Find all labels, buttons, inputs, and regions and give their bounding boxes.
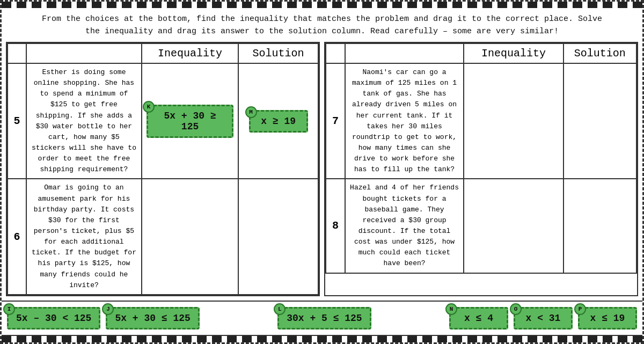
choice-J-badge: J <box>102 303 114 315</box>
row8-inequality-cell[interactable] <box>464 179 563 273</box>
row8-problem: Hazel and 4 of her friends bought ticket… <box>345 179 464 273</box>
row7-solution-cell[interactable] <box>564 63 636 179</box>
choice-L-label: 30x + 5 ≤ 125 <box>287 313 362 324</box>
row5-solution-badge: M <box>245 106 257 118</box>
choice-L-badge: L <box>274 303 286 315</box>
row7-num: 7 <box>326 63 345 179</box>
table-row: 8 Hazel and 4 of her friends bought tick… <box>326 179 636 273</box>
right-num-header <box>326 43 345 63</box>
choice-P-label: x ≤ 19 <box>590 313 625 324</box>
instruction-line1: From the choices at the bottom, find the… <box>12 13 632 26</box>
choice-L[interactable]: L30x + 5 ≤ 125 <box>277 307 371 330</box>
row8-num: 8 <box>326 179 345 273</box>
left-num-header <box>8 43 26 63</box>
table-row: 5 Esther is doing some online shopping. … <box>8 63 318 179</box>
row5-solution-value: x ≥ 19 <box>261 116 296 127</box>
row6-problem: Omar is going to an amusement park for h… <box>26 179 142 294</box>
row6-inequality-cell[interactable] <box>142 179 238 294</box>
choice-P[interactable]: Px ≤ 19 <box>578 307 637 330</box>
page-wrapper: From the choices at the bottom, find the… <box>0 0 644 344</box>
dashed-border-bottom <box>2 336 642 342</box>
row5-inequality-box[interactable]: K 5x + 30 ≥ 125 <box>147 105 233 138</box>
tables-wrapper: Inequality Solution 5 Esther is doing so… <box>2 42 642 301</box>
choice-P-badge: P <box>574 303 586 315</box>
dashed-border-top <box>2 2 642 8</box>
table-row: 7 Naomi's car can go a maximum of 125 mi… <box>326 63 636 179</box>
left-table-container: Inequality Solution 5 Esther is doing so… <box>6 42 320 296</box>
table-row: 6 Omar is going to an amusement park for… <box>8 179 318 294</box>
choice-O[interactable]: Ox < 31 <box>514 307 573 330</box>
choices-strip: I5x – 30 < 125J5x + 30 ≤ 125L30x + 5 ≤ 1… <box>2 301 642 336</box>
choice-J[interactable]: J5x + 30 ≤ 125 <box>106 307 199 330</box>
choice-N-label: x ≤ 4 <box>464 313 493 324</box>
choice-I-badge: I <box>3 303 15 315</box>
row5-inequality-value: 5x + 30 ≥ 125 <box>164 111 216 132</box>
row5-solution-cell[interactable]: M x ≥ 19 <box>238 63 318 179</box>
instruction-area: From the choices at the bottom, find the… <box>2 8 642 42</box>
row8-solution-cell[interactable] <box>564 179 636 273</box>
choice-I-label: 5x – 30 < 125 <box>16 313 91 324</box>
choice-I[interactable]: I5x – 30 < 125 <box>7 307 100 330</box>
row7-problem: Naomi's car can go a maximum of 125 mile… <box>345 63 464 179</box>
right-table-container: Inequality Solution 7 Naomi's car can go… <box>324 42 638 296</box>
choice-J-label: 5x + 30 ≤ 125 <box>115 313 190 324</box>
choice-O-badge: O <box>510 303 522 315</box>
left-inequality-header: Inequality <box>142 43 238 63</box>
choice-N-badge: N <box>445 303 457 315</box>
right-inequality-header: Inequality <box>464 43 563 63</box>
row7-inequality-cell[interactable] <box>464 63 563 179</box>
row5-problem: Esther is doing some online shopping. Sh… <box>26 63 142 179</box>
left-problem-header <box>26 43 142 63</box>
left-solution-header: Solution <box>238 43 318 63</box>
row6-solution-cell[interactable] <box>238 179 318 294</box>
right-solution-header: Solution <box>564 43 636 63</box>
right-problem-header <box>345 43 464 63</box>
row6-num: 6 <box>8 179 26 294</box>
row5-solution-box[interactable]: M x ≥ 19 <box>249 110 308 133</box>
row5-letter-badge: K <box>143 101 155 113</box>
row5-inequality-cell[interactable]: K 5x + 30 ≥ 125 <box>142 63 238 179</box>
row5-num: 5 <box>8 63 26 179</box>
choice-N[interactable]: Nx ≤ 4 <box>449 307 508 330</box>
instruction-line2: the inequality and drag its answer to th… <box>12 26 632 38</box>
choice-O-label: x < 31 <box>526 313 561 324</box>
